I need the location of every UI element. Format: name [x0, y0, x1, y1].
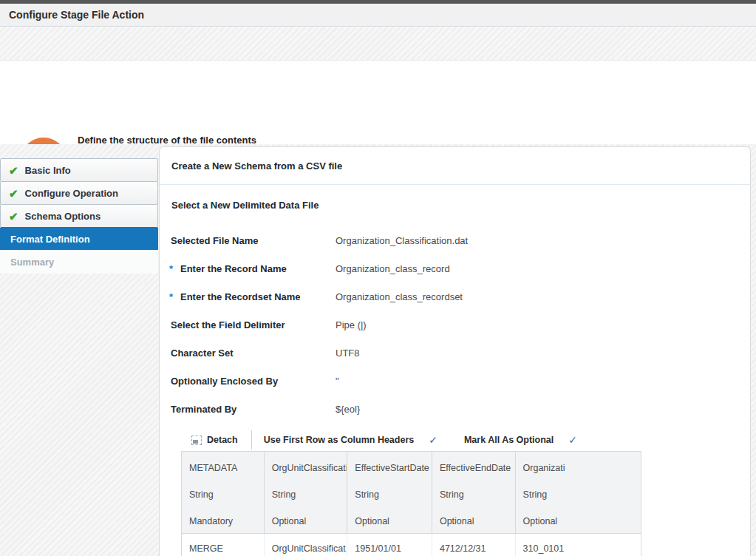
field-label: Optionally Enclosed By	[171, 376, 278, 387]
field-label: Character Set	[171, 348, 234, 359]
column-optionality: Optional	[272, 516, 340, 526]
form-fields: Selected File Name Organization_Classifi…	[160, 226, 750, 423]
table-header-row: METADATA String Mandatory OrgUnitClassif…	[181, 451, 641, 534]
use-first-row-option[interactable]: Use First Row as Column Headers	[264, 435, 415, 445]
field-value[interactable]: ${eol}	[336, 404, 360, 415]
required-mark: *	[169, 263, 179, 274]
format-definition-panel: Create a New Schema from a CSV file Sele…	[159, 146, 751, 556]
column-optionality: Optional	[523, 516, 633, 526]
section-title: Select a New Delimited Data File	[171, 200, 750, 211]
field-row-field-delimiter: Select the Field Delimiter Pipe (|)	[160, 311, 750, 339]
field-label: Selected File Name	[171, 235, 259, 246]
table-cell: 1951/01/01	[347, 534, 432, 556]
detach-label: Detach	[207, 435, 238, 445]
sidebar-item-summary: Summary	[0, 250, 158, 274]
detach-button[interactable]: Detach	[191, 435, 238, 445]
sidebar-item-label: Basic Info	[25, 165, 71, 176]
column-type: String	[355, 489, 424, 500]
field-row-optionally-enclosed-by: Optionally Enclosed By "	[160, 367, 750, 395]
dialog-title: Configure Stage File Action	[0, 9, 144, 21]
sidebar-item-label: Schema Options	[25, 211, 101, 222]
column-type: String	[189, 489, 256, 500]
column-name: EffectiveStartDate	[355, 463, 424, 473]
sidebar-item-label: Configure Operation	[25, 188, 118, 199]
field-value[interactable]: UTF8	[336, 348, 360, 359]
divider	[160, 184, 750, 185]
column-optionality: Optional	[355, 516, 424, 526]
required-mark: *	[169, 291, 179, 302]
field-label: Terminated By	[171, 404, 236, 415]
table-cell: 4712/12/31	[432, 534, 516, 556]
column-header: METADATA String Mandatory	[182, 452, 265, 533]
field-label: Select the Field Delimiter	[171, 319, 285, 330]
column-header: EffectiveStartDate String Optional	[347, 452, 432, 533]
column-type: String	[272, 489, 340, 500]
table-toolbar: Detach Use First Row as Column Headers ✓…	[181, 429, 641, 451]
field-row-record-name: * Enter the Record Name Organization_cla…	[160, 254, 750, 282]
field-label: Enter the Record Name	[180, 263, 287, 274]
panel-title: Create a New Schema from a CSV file	[160, 147, 750, 172]
column-name: Organizati	[523, 463, 633, 473]
table-row[interactable]: MERGE OrgUnitClassificat... 1951/01/01 4…	[181, 534, 641, 556]
column-type: String	[440, 489, 508, 500]
column-type: String	[523, 489, 633, 500]
column-name: METADATA	[189, 463, 256, 473]
check-icon: ✔	[9, 165, 18, 176]
detach-icon	[191, 435, 202, 445]
toolbar-separator	[251, 430, 252, 450]
sidebar-item-label: Format Definition	[10, 234, 90, 245]
check-icon: ✔	[9, 188, 18, 199]
field-row-terminated-by: Terminated By ${eol}	[160, 395, 750, 423]
column-optionality: Mandatory	[189, 516, 256, 526]
sidebar-item-label: Summary	[10, 257, 54, 268]
field-row-selected-file-name: Selected File Name Organization_Classifi…	[160, 226, 750, 254]
wizard-steps-sidebar: ✔ Basic Info ✔ Configure Operation ✔ Sch…	[0, 159, 158, 274]
wizard-body: ✔ Basic Info ✔ Configure Operation ✔ Sch…	[0, 144, 756, 556]
table-cell: 310_0101	[516, 534, 641, 556]
field-label: Enter the Recordset Name	[180, 291, 301, 302]
schema-columns-table: Detach Use First Row as Column Headers ✓…	[181, 429, 641, 556]
field-row-recordset-name: * Enter the Recordset Name Organization_…	[160, 282, 750, 311]
sidebar-item-basic-info[interactable]: ✔ Basic Info	[0, 158, 158, 182]
column-header: Organizati String Optional	[516, 452, 641, 533]
dialog-title-bar: Configure Stage File Action	[0, 4, 756, 27]
table-cell: MERGE	[182, 534, 265, 556]
mark-all-optional-option[interactable]: Mark All As Optional	[464, 435, 554, 445]
header-toolbar: Help ▼ < Back Next > Close Done	[0, 27, 756, 61]
mark-all-optional-check-icon[interactable]: ✓	[568, 434, 577, 446]
field-value[interactable]: "	[336, 376, 339, 387]
field-value[interactable]: Organization_class_recordset	[336, 291, 463, 302]
use-first-row-check-icon[interactable]: ✓	[429, 434, 437, 446]
intro-section: Define the structure of the file content…	[0, 61, 756, 144]
column-name: EffectiveEndDate	[440, 463, 508, 473]
column-optionality: Optional	[440, 516, 508, 526]
field-row-character-set: Character Set UTF8	[160, 339, 750, 367]
column-name: OrgUnitClassification	[272, 463, 340, 473]
field-value[interactable]: Organization_class_record	[336, 263, 450, 274]
field-value[interactable]: Pipe (|)	[336, 319, 367, 330]
column-header: EffectiveEndDate String Optional	[432, 452, 516, 533]
sidebar-item-configure-operation[interactable]: ✔ Configure Operation	[0, 181, 158, 205]
field-value: Organization_Classification.dat	[336, 235, 468, 246]
sidebar-item-format-definition[interactable]: Format Definition	[0, 227, 158, 251]
table-cell: OrgUnitClassificat...	[265, 534, 348, 556]
column-header: OrgUnitClassification String Optional	[265, 452, 348, 533]
sidebar-item-schema-options[interactable]: ✔ Schema Options	[0, 204, 158, 228]
check-icon: ✔	[9, 211, 18, 222]
